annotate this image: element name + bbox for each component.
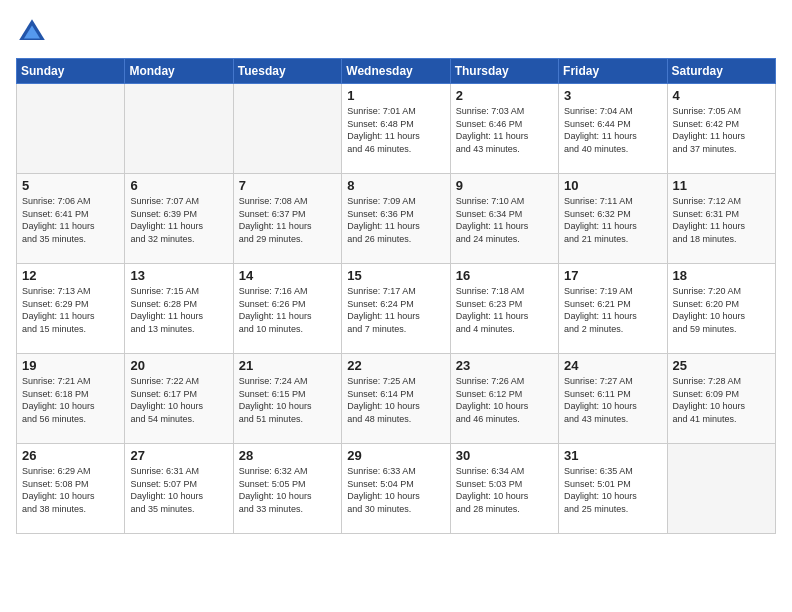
day-cell: 24Sunrise: 7:27 AM Sunset: 6:11 PM Dayli… xyxy=(559,354,667,444)
day-cell: 18Sunrise: 7:20 AM Sunset: 6:20 PM Dayli… xyxy=(667,264,775,354)
day-cell: 10Sunrise: 7:11 AM Sunset: 6:32 PM Dayli… xyxy=(559,174,667,264)
day-number: 15 xyxy=(347,268,444,283)
day-info: Sunrise: 7:06 AM Sunset: 6:41 PM Dayligh… xyxy=(22,195,119,245)
day-info: Sunrise: 7:18 AM Sunset: 6:23 PM Dayligh… xyxy=(456,285,553,335)
day-cell: 2Sunrise: 7:03 AM Sunset: 6:46 PM Daylig… xyxy=(450,84,558,174)
weekday-thursday: Thursday xyxy=(450,59,558,84)
day-number: 8 xyxy=(347,178,444,193)
day-cell: 27Sunrise: 6:31 AM Sunset: 5:07 PM Dayli… xyxy=(125,444,233,534)
day-info: Sunrise: 7:01 AM Sunset: 6:48 PM Dayligh… xyxy=(347,105,444,155)
day-number: 23 xyxy=(456,358,553,373)
day-cell: 26Sunrise: 6:29 AM Sunset: 5:08 PM Dayli… xyxy=(17,444,125,534)
day-info: Sunrise: 6:32 AM Sunset: 5:05 PM Dayligh… xyxy=(239,465,336,515)
day-number: 25 xyxy=(673,358,770,373)
day-number: 11 xyxy=(673,178,770,193)
day-cell: 13Sunrise: 7:15 AM Sunset: 6:28 PM Dayli… xyxy=(125,264,233,354)
calendar-table: SundayMondayTuesdayWednesdayThursdayFrid… xyxy=(16,58,776,534)
day-info: Sunrise: 7:13 AM Sunset: 6:29 PM Dayligh… xyxy=(22,285,119,335)
day-cell: 23Sunrise: 7:26 AM Sunset: 6:12 PM Dayli… xyxy=(450,354,558,444)
day-info: Sunrise: 7:09 AM Sunset: 6:36 PM Dayligh… xyxy=(347,195,444,245)
day-cell: 16Sunrise: 7:18 AM Sunset: 6:23 PM Dayli… xyxy=(450,264,558,354)
day-info: Sunrise: 7:19 AM Sunset: 6:21 PM Dayligh… xyxy=(564,285,661,335)
day-cell: 12Sunrise: 7:13 AM Sunset: 6:29 PM Dayli… xyxy=(17,264,125,354)
day-cell: 17Sunrise: 7:19 AM Sunset: 6:21 PM Dayli… xyxy=(559,264,667,354)
weekday-monday: Monday xyxy=(125,59,233,84)
day-cell: 30Sunrise: 6:34 AM Sunset: 5:03 PM Dayli… xyxy=(450,444,558,534)
day-info: Sunrise: 7:12 AM Sunset: 6:31 PM Dayligh… xyxy=(673,195,770,245)
day-number: 10 xyxy=(564,178,661,193)
week-row-3: 12Sunrise: 7:13 AM Sunset: 6:29 PM Dayli… xyxy=(17,264,776,354)
day-info: Sunrise: 6:34 AM Sunset: 5:03 PM Dayligh… xyxy=(456,465,553,515)
week-row-1: 1Sunrise: 7:01 AM Sunset: 6:48 PM Daylig… xyxy=(17,84,776,174)
day-cell: 11Sunrise: 7:12 AM Sunset: 6:31 PM Dayli… xyxy=(667,174,775,264)
day-info: Sunrise: 7:11 AM Sunset: 6:32 PM Dayligh… xyxy=(564,195,661,245)
day-number: 18 xyxy=(673,268,770,283)
weekday-wednesday: Wednesday xyxy=(342,59,450,84)
day-cell: 29Sunrise: 6:33 AM Sunset: 5:04 PM Dayli… xyxy=(342,444,450,534)
day-info: Sunrise: 7:16 AM Sunset: 6:26 PM Dayligh… xyxy=(239,285,336,335)
day-number: 5 xyxy=(22,178,119,193)
day-cell xyxy=(667,444,775,534)
day-number: 29 xyxy=(347,448,444,463)
weekday-sunday: Sunday xyxy=(17,59,125,84)
day-number: 31 xyxy=(564,448,661,463)
day-cell xyxy=(233,84,341,174)
day-cell xyxy=(17,84,125,174)
day-number: 9 xyxy=(456,178,553,193)
day-cell: 15Sunrise: 7:17 AM Sunset: 6:24 PM Dayli… xyxy=(342,264,450,354)
day-info: Sunrise: 7:15 AM Sunset: 6:28 PM Dayligh… xyxy=(130,285,227,335)
day-info: Sunrise: 6:29 AM Sunset: 5:08 PM Dayligh… xyxy=(22,465,119,515)
day-cell: 1Sunrise: 7:01 AM Sunset: 6:48 PM Daylig… xyxy=(342,84,450,174)
day-number: 1 xyxy=(347,88,444,103)
day-info: Sunrise: 7:21 AM Sunset: 6:18 PM Dayligh… xyxy=(22,375,119,425)
calendar-body: 1Sunrise: 7:01 AM Sunset: 6:48 PM Daylig… xyxy=(17,84,776,534)
day-info: Sunrise: 7:20 AM Sunset: 6:20 PM Dayligh… xyxy=(673,285,770,335)
day-cell: 5Sunrise: 7:06 AM Sunset: 6:41 PM Daylig… xyxy=(17,174,125,264)
day-number: 14 xyxy=(239,268,336,283)
day-info: Sunrise: 7:22 AM Sunset: 6:17 PM Dayligh… xyxy=(130,375,227,425)
day-cell: 6Sunrise: 7:07 AM Sunset: 6:39 PM Daylig… xyxy=(125,174,233,264)
day-number: 20 xyxy=(130,358,227,373)
week-row-5: 26Sunrise: 6:29 AM Sunset: 5:08 PM Dayli… xyxy=(17,444,776,534)
day-info: Sunrise: 7:28 AM Sunset: 6:09 PM Dayligh… xyxy=(673,375,770,425)
logo xyxy=(16,16,52,48)
day-cell: 8Sunrise: 7:09 AM Sunset: 6:36 PM Daylig… xyxy=(342,174,450,264)
day-info: Sunrise: 7:07 AM Sunset: 6:39 PM Dayligh… xyxy=(130,195,227,245)
day-number: 7 xyxy=(239,178,336,193)
day-cell: 3Sunrise: 7:04 AM Sunset: 6:44 PM Daylig… xyxy=(559,84,667,174)
day-number: 28 xyxy=(239,448,336,463)
day-number: 12 xyxy=(22,268,119,283)
day-number: 27 xyxy=(130,448,227,463)
day-cell: 25Sunrise: 7:28 AM Sunset: 6:09 PM Dayli… xyxy=(667,354,775,444)
day-number: 6 xyxy=(130,178,227,193)
day-cell: 9Sunrise: 7:10 AM Sunset: 6:34 PM Daylig… xyxy=(450,174,558,264)
day-cell: 20Sunrise: 7:22 AM Sunset: 6:17 PM Dayli… xyxy=(125,354,233,444)
weekday-saturday: Saturday xyxy=(667,59,775,84)
weekday-header-row: SundayMondayTuesdayWednesdayThursdayFrid… xyxy=(17,59,776,84)
day-info: Sunrise: 6:31 AM Sunset: 5:07 PM Dayligh… xyxy=(130,465,227,515)
day-info: Sunrise: 7:26 AM Sunset: 6:12 PM Dayligh… xyxy=(456,375,553,425)
day-cell: 28Sunrise: 6:32 AM Sunset: 5:05 PM Dayli… xyxy=(233,444,341,534)
day-cell xyxy=(125,84,233,174)
day-cell: 22Sunrise: 7:25 AM Sunset: 6:14 PM Dayli… xyxy=(342,354,450,444)
week-row-4: 19Sunrise: 7:21 AM Sunset: 6:18 PM Dayli… xyxy=(17,354,776,444)
day-cell: 14Sunrise: 7:16 AM Sunset: 6:26 PM Dayli… xyxy=(233,264,341,354)
weekday-friday: Friday xyxy=(559,59,667,84)
day-info: Sunrise: 7:24 AM Sunset: 6:15 PM Dayligh… xyxy=(239,375,336,425)
day-number: 21 xyxy=(239,358,336,373)
day-cell: 7Sunrise: 7:08 AM Sunset: 6:37 PM Daylig… xyxy=(233,174,341,264)
day-info: Sunrise: 7:05 AM Sunset: 6:42 PM Dayligh… xyxy=(673,105,770,155)
day-info: Sunrise: 7:25 AM Sunset: 6:14 PM Dayligh… xyxy=(347,375,444,425)
day-number: 2 xyxy=(456,88,553,103)
day-number: 24 xyxy=(564,358,661,373)
day-number: 30 xyxy=(456,448,553,463)
page-header xyxy=(16,16,776,48)
day-cell: 4Sunrise: 7:05 AM Sunset: 6:42 PM Daylig… xyxy=(667,84,775,174)
day-number: 17 xyxy=(564,268,661,283)
day-cell: 21Sunrise: 7:24 AM Sunset: 6:15 PM Dayli… xyxy=(233,354,341,444)
day-info: Sunrise: 7:10 AM Sunset: 6:34 PM Dayligh… xyxy=(456,195,553,245)
day-info: Sunrise: 7:08 AM Sunset: 6:37 PM Dayligh… xyxy=(239,195,336,245)
day-number: 22 xyxy=(347,358,444,373)
day-info: Sunrise: 6:33 AM Sunset: 5:04 PM Dayligh… xyxy=(347,465,444,515)
day-info: Sunrise: 7:17 AM Sunset: 6:24 PM Dayligh… xyxy=(347,285,444,335)
